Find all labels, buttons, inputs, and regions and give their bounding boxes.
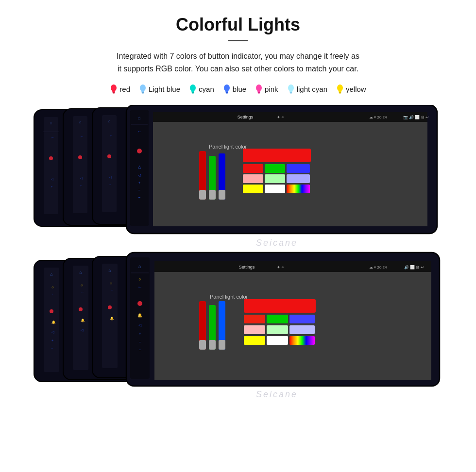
svg-text:←: ←: [109, 134, 113, 137]
bulb-icon-pink: [255, 84, 263, 94]
svg-point-16: [256, 84, 262, 91]
svg-text:+: +: [80, 184, 82, 187]
svg-rect-84: [243, 185, 263, 193]
svg-text:○: ○: [81, 283, 83, 287]
svg-point-24: [337, 84, 343, 91]
svg-text:Seicane: Seicane: [256, 238, 298, 248]
color-label-blue: blue: [223, 84, 246, 94]
svg-text:🔔: 🔔: [137, 313, 142, 318]
color-label-lightblue-text: Light blue: [149, 85, 180, 93]
svg-rect-148: [267, 336, 288, 345]
svg-rect-69: [153, 122, 427, 226]
bulb-icon-yellow: [336, 84, 344, 94]
svg-text:🔔: 🔔: [110, 316, 114, 320]
svg-text:🔔: 🔔: [51, 320, 56, 324]
bulb-icon-red: [110, 84, 118, 94]
svg-rect-140: [244, 299, 316, 313]
svg-text:◁: ◁: [138, 173, 141, 178]
svg-text:←: ←: [137, 284, 142, 289]
svg-text:Panel light color: Panel light color: [209, 144, 247, 150]
svg-text:Seicane: Seicane: [256, 389, 298, 399]
svg-rect-45: [102, 115, 117, 212]
svg-rect-80: [287, 164, 310, 173]
color-label-cyan-text: cyan: [199, 85, 214, 93]
panels-scene-top: ⌂ ← ◁ + - ⌂ ← ◁ + ⌂: [19, 105, 457, 251]
page-title: Colorful Lights: [19, 15, 457, 35]
svg-point-4: [140, 84, 146, 91]
svg-text:⌂: ⌂: [138, 115, 141, 120]
svg-text:📷 🔊 ⬜ ⊟ ↩: 📷 🔊 ⬜ ⊟ ↩: [403, 115, 429, 119]
svg-point-20: [288, 84, 294, 91]
color-label-lightcyan-text: light cyan: [297, 85, 327, 93]
svg-point-48: [107, 154, 111, 158]
svg-text:−: −: [138, 195, 141, 200]
svg-text:⌂: ⌂: [50, 272, 52, 277]
svg-text:◁: ◁: [80, 177, 83, 180]
svg-text:☁ ▾ 20:24: ☁ ▾ 20:24: [369, 115, 387, 119]
svg-rect-143: [289, 315, 315, 323]
color-label-lightblue: Light blue: [139, 84, 180, 94]
svg-text:←: ←: [137, 129, 142, 134]
svg-point-111: [108, 305, 112, 309]
svg-point-56: [137, 149, 142, 153]
svg-text:←: ←: [110, 288, 114, 292]
svg-rect-86: [287, 185, 310, 193]
svg-text:◁: ◁: [109, 176, 112, 179]
svg-rect-72: [199, 190, 206, 200]
svg-text:Panel light color: Panel light color: [210, 294, 248, 300]
svg-rect-89: [44, 268, 59, 372]
svg-text:✦ ✧: ✦ ✧: [277, 265, 285, 270]
svg-text:✦ ✧: ✦ ✧: [277, 115, 285, 119]
svg-text:○: ○: [138, 277, 141, 282]
svg-rect-146: [289, 325, 315, 334]
svg-text:−: −: [139, 348, 141, 352]
svg-rect-81: [243, 174, 263, 183]
svg-text:🔔: 🔔: [81, 318, 85, 322]
svg-text:🔊 ⬜ ⊟ ↩: 🔊 ⬜ ⊟ ↩: [404, 265, 424, 270]
svg-rect-22: [289, 92, 292, 93]
svg-point-0: [111, 84, 117, 91]
bulb-icon-lightcyan: [287, 84, 295, 94]
svg-point-8: [190, 84, 196, 91]
color-label-yellow: yellow: [336, 84, 366, 94]
svg-rect-25: [339, 91, 341, 92]
svg-point-33: [49, 156, 53, 160]
svg-text:←: ←: [51, 136, 54, 139]
svg-rect-137: [209, 340, 216, 350]
svg-text:△: △: [138, 165, 141, 169]
svg-text:⌂: ⌂: [50, 121, 52, 125]
title-divider: [228, 40, 248, 41]
svg-text:+: +: [139, 332, 141, 336]
svg-point-93: [50, 309, 53, 313]
page-description: Integrated with 7 colors of button indic…: [29, 50, 447, 75]
svg-text:⌂: ⌂: [79, 120, 82, 124]
svg-rect-2: [113, 92, 115, 93]
scene-top: ⌂ ← ◁ + - ⌂ ← ◁ + ⌂: [19, 105, 457, 251]
svg-rect-99: [73, 266, 88, 370]
svg-rect-142: [267, 315, 288, 323]
svg-text:+: +: [51, 185, 53, 188]
bulb-icon-blue: [223, 84, 231, 94]
svg-rect-10: [192, 92, 194, 93]
scene-bottom: ⌂ ○ ← 🔔 ◁ + - ⌂ ○ ← 🔔 ◁: [19, 251, 457, 396]
svg-text:○: ○: [110, 281, 112, 286]
svg-rect-6: [141, 92, 144, 93]
svg-text:+: +: [51, 339, 53, 342]
svg-rect-107: [102, 264, 118, 368]
bulb-icon-cyan: [189, 84, 197, 94]
svg-point-12: [224, 84, 230, 91]
svg-rect-135: [199, 340, 206, 350]
svg-rect-144: [244, 325, 265, 334]
svg-rect-82: [265, 174, 285, 183]
svg-rect-149: [289, 336, 315, 345]
panels-scene-bottom: ⌂ ○ ← 🔔 ◁ + - ⌂ ○ ← 🔔 ◁: [19, 251, 457, 401]
svg-text:←: ←: [51, 292, 55, 296]
svg-point-41: [78, 155, 82, 159]
svg-text:○: ○: [51, 285, 54, 289]
svg-rect-77: [243, 149, 311, 162]
svg-text:⌂: ⌂: [79, 270, 82, 275]
svg-rect-78: [243, 164, 263, 173]
svg-rect-139: [219, 340, 225, 350]
svg-text:⌂: ⌂: [108, 119, 111, 123]
svg-rect-114: [130, 257, 150, 379]
